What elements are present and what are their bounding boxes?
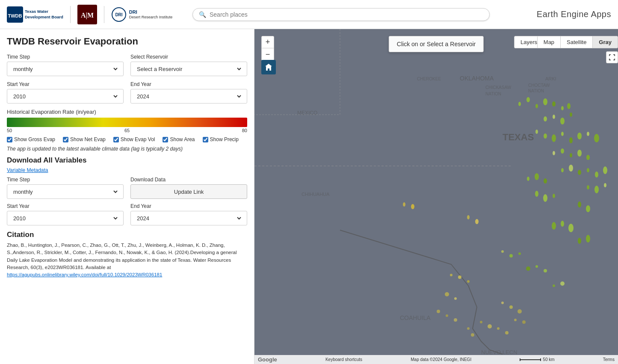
- download-data-label: Download Data: [130, 177, 247, 183]
- svg-text:DRI: DRI: [115, 12, 122, 17]
- checkbox-precip-input[interactable]: [203, 137, 208, 142]
- download-end-year-dropdown[interactable]: 2024: [135, 215, 242, 222]
- svg-point-87: [471, 333, 474, 337]
- checkbox-area-input[interactable]: [163, 137, 168, 142]
- svg-point-39: [553, 151, 555, 155]
- svg-point-89: [488, 324, 492, 328]
- svg-point-93: [509, 305, 513, 309]
- time-step-select[interactable]: monthly daily annual: [7, 62, 124, 76]
- variable-metadata-link[interactable]: Variable Metadata: [7, 167, 247, 173]
- end-year-select[interactable]: 2024: [130, 89, 247, 104]
- zoom-in-button[interactable]: +: [262, 36, 274, 48]
- svg-point-49: [603, 166, 607, 174]
- select-reservoir-select[interactable]: Select a Reservoir: [130, 62, 247, 76]
- tamu-logo-icon: A|M: [77, 5, 97, 24]
- update-link-button[interactable]: Update Link: [130, 184, 247, 199]
- download-timestep-dropdown[interactable]: monthly daily annual: [12, 188, 119, 195]
- download-form-row-top: Time Step monthly daily annual Download …: [7, 177, 247, 199]
- svg-point-40: [561, 148, 564, 154]
- svg-point-60: [535, 173, 539, 180]
- svg-rect-97: [520, 359, 541, 360]
- left-panel: TWDB Reservoir Evaporation Time Step mon…: [0, 29, 254, 364]
- download-end-year-select[interactable]: 2024: [130, 211, 247, 225]
- svg-point-55: [403, 202, 405, 207]
- checkbox-area[interactable]: Show Area: [163, 136, 195, 142]
- map-attribution: Map data ©2024 Google, INEGI: [411, 357, 471, 362]
- end-year-dropdown[interactable]: 2024: [135, 93, 242, 100]
- svg-point-95: [514, 319, 517, 321]
- download-title: Download All Variables: [7, 156, 247, 165]
- color-bar-mid: 65: [124, 128, 130, 133]
- map-area[interactable]: TEXAS OKLAHOMA CHEROKEE ARKI CHICKASAW N…: [254, 29, 618, 364]
- checkbox-gross-evap-input[interactable]: [7, 137, 12, 142]
- svg-point-81: [445, 292, 449, 296]
- svg-point-82: [454, 297, 457, 300]
- svg-text:CHEROKEE: CHEROKEE: [417, 77, 441, 81]
- svg-point-24: [552, 101, 556, 107]
- checkbox-evap-vol-input[interactable]: [113, 137, 119, 142]
- earth-engine-label: Earth Engine Apps: [537, 9, 611, 19]
- svg-text:TEXAS: TEXAS: [503, 132, 534, 142]
- svg-point-22: [535, 104, 538, 108]
- svg-point-29: [560, 118, 565, 124]
- citation-text: Zhao, B., Huntington, J., Pearson, C., Z…: [7, 242, 247, 278]
- svg-text:TWDB: TWDB: [8, 13, 22, 18]
- svg-point-62: [535, 191, 538, 197]
- twdb-logo-icon: TWDB: [7, 6, 23, 23]
- svg-point-88: [480, 321, 482, 323]
- texas-state-icon: [264, 63, 273, 71]
- citation-link[interactable]: https://agupubs.onlinelibrary.wiley.com/…: [7, 272, 162, 277]
- keyboard-shortcuts[interactable]: Keyboard shortcuts: [325, 357, 362, 362]
- texas-home-button[interactable]: [261, 60, 276, 74]
- svg-point-46: [578, 170, 581, 175]
- checkbox-net-evap[interactable]: Show Net Evap: [63, 136, 106, 142]
- search-input[interactable]: [210, 11, 483, 18]
- map-type-satellite-button[interactable]: Satellite: [560, 36, 592, 48]
- dri-logo-icon: DRI: [111, 7, 127, 22]
- map-terms[interactable]: Terms: [603, 357, 615, 362]
- main-layout: TWDB Reservoir Evaporation Time Step mon…: [0, 29, 618, 364]
- svg-point-43: [586, 155, 590, 160]
- header: TWDB Texas Water Development Board A|M D…: [0, 0, 618, 29]
- zoom-out-button[interactable]: −: [262, 48, 274, 60]
- twdb-line1: Texas Water: [25, 9, 63, 14]
- time-step-dropdown[interactable]: monthly daily annual: [12, 65, 119, 73]
- end-year-group: End Year 2024: [130, 81, 247, 104]
- svg-point-27: [544, 116, 547, 121]
- download-start-year-select[interactable]: 2010: [7, 211, 124, 225]
- map-type-controls: Map Satellite Gray: [537, 36, 618, 48]
- tamu-logo: A|M: [77, 5, 97, 24]
- checkbox-gross-evap[interactable]: Show Gross Evap: [7, 136, 55, 142]
- start-year-dropdown[interactable]: 2010: [12, 93, 119, 100]
- svg-text:MEXICO: MEXICO: [297, 110, 317, 116]
- download-timestep-select[interactable]: monthly daily annual: [7, 184, 124, 199]
- svg-point-69: [586, 235, 590, 243]
- dri-logo: DRI DRI Desert Research Institute: [111, 7, 173, 22]
- svg-point-79: [458, 275, 461, 279]
- search-bar[interactable]: 🔍: [192, 8, 490, 21]
- svg-point-75: [544, 269, 547, 272]
- checkbox-precip-label: Show Precip: [210, 136, 239, 142]
- svg-point-58: [475, 219, 479, 224]
- svg-text:NATION: NATION: [485, 92, 501, 96]
- fullscreen-icon: [609, 54, 615, 60]
- svg-point-50: [587, 185, 589, 189]
- checkbox-precip[interactable]: Show Precip: [203, 136, 239, 142]
- svg-point-77: [560, 281, 565, 286]
- checkbox-evap-vol[interactable]: Show Evap Vol: [113, 136, 155, 142]
- map-type-map-button[interactable]: Map: [538, 36, 560, 48]
- svg-point-61: [544, 178, 547, 183]
- download-start-year-dropdown[interactable]: 2010: [12, 215, 119, 222]
- checkbox-net-evap-input[interactable]: [63, 137, 68, 142]
- download-data-group: Download Data Update Link: [130, 177, 247, 199]
- svg-point-45: [569, 165, 573, 172]
- start-year-select[interactable]: 2010: [7, 89, 124, 104]
- twdb-line2: Development Board: [25, 15, 63, 20]
- select-reservoir-group: Select Reservoir Select a Reservoir: [130, 54, 247, 76]
- reservoir-dropdown[interactable]: Select a Reservoir: [135, 65, 242, 73]
- map-type-gray-button[interactable]: Gray: [592, 36, 618, 48]
- citation-body: Zhao, B., Huntington, J., Pearson, C., Z…: [7, 243, 237, 270]
- svg-point-51: [594, 186, 599, 193]
- fullscreen-button[interactable]: [606, 51, 618, 63]
- svg-text:A|M: A|M: [81, 12, 94, 19]
